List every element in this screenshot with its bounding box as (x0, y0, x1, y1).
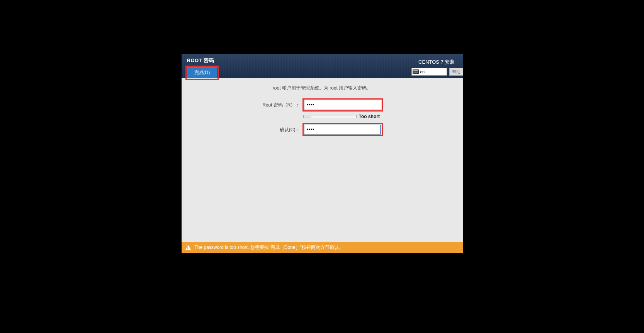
page-title: ROOT 密码 (187, 57, 219, 64)
password-strength-fill (304, 115, 311, 118)
help-button[interactable]: 帮助 (449, 68, 463, 76)
root-password-input[interactable] (304, 100, 381, 110)
description-text: root 帐户用于管理系统。为 root 用户输入密码。 (189, 85, 455, 91)
password-strength-text: Too short (359, 114, 382, 119)
install-title: CENTOS 7 安装 (418, 59, 455, 66)
header-right: CENTOS 7 安装 cn 帮助 (411, 59, 463, 76)
root-password-row: Root 密码（R）： (189, 98, 455, 112)
done-button[interactable]: 完成(D) (187, 67, 217, 78)
keyboard-layout-text: cn (420, 69, 425, 74)
keyboard-layout-selector[interactable]: cn (411, 68, 447, 76)
confirm-password-label: 确认(C)： (262, 127, 300, 133)
header-left: ROOT 密码 完成(D) (185, 57, 219, 80)
root-password-label: Root 密码（R）： (262, 102, 300, 108)
confirm-password-row: 确认(C)： (189, 123, 455, 136)
password-strength-bar (303, 115, 357, 118)
warning-message: The password is too short. 您需要按"完成（Done）… (195, 244, 343, 251)
confirm-password-input[interactable] (304, 125, 381, 135)
header-right-row: cn 帮助 (411, 68, 463, 76)
warning-icon (185, 245, 191, 250)
password-strength-row: Too short (189, 114, 455, 119)
installer-window: ROOT 密码 完成(D) CENTOS 7 安装 cn 帮助 root 帐户用… (182, 54, 463, 253)
root-password-highlight (302, 98, 383, 112)
keyboard-icon (413, 69, 419, 74)
confirm-password-highlight (302, 123, 383, 136)
header: ROOT 密码 完成(D) CENTOS 7 安装 cn 帮助 (182, 54, 463, 78)
warning-bar: The password is too short. 您需要按"完成（Done）… (182, 242, 463, 253)
done-button-highlight: 完成(D) (185, 66, 219, 80)
content-area: root 帐户用于管理系统。为 root 用户输入密码。 Root 密码（R）：… (182, 78, 463, 145)
